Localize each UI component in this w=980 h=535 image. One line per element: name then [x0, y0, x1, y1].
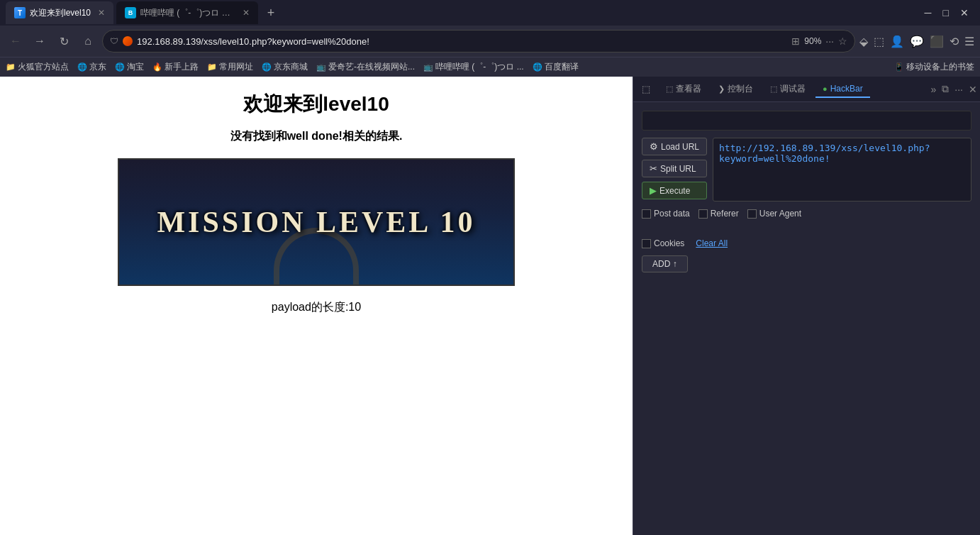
hackbar-label: HackBar — [830, 84, 863, 94]
history-back-icon[interactable]: ⟲ — [950, 35, 959, 48]
tab-icon-level10: T — [14, 7, 26, 18]
bookmark-taobao[interactable]: 🌐 淘宝 — [115, 61, 144, 73]
bookmark-jdmall[interactable]: 🌐 京东商城 — [262, 61, 308, 73]
referer-option[interactable]: Referer — [698, 209, 739, 219]
address-right-icons: ⊞ 90% ··· ☆ — [791, 35, 847, 47]
more-options-icon[interactable]: ··· — [825, 35, 834, 47]
hackbar-content: ⚙ Load URL ✂ Split URL ▶ Execute http://… — [633, 102, 980, 535]
clear-all-button[interactable]: Clear All — [696, 238, 728, 248]
maximize-button[interactable]: □ — [943, 7, 949, 18]
bookmark-firefox-icon: 📁 — [6, 62, 16, 72]
cookies-label: Cookies — [654, 238, 684, 248]
tab-bilibili[interactable]: B 哔哩哔哩 (゜-゜)つロ 干杯~-b ✕ — [116, 1, 258, 24]
tab-icon-bilibili: B — [125, 7, 136, 18]
devtools-tab-inspector[interactable]: ⬚ 查看器 — [659, 80, 708, 98]
bookmark-iqiyi-label: 爱奇艺-在线视频网站... — [328, 61, 415, 73]
bookmark-newbie-icon: 🔥 — [152, 62, 162, 72]
devtools-tab-hackbar[interactable]: ● HackBar — [815, 81, 870, 98]
referer-checkbox[interactable] — [698, 209, 708, 219]
hackbar-add-row: ADD ↑ — [642, 255, 971, 272]
load-url-icon: ⚙ — [650, 141, 658, 152]
bookmark-bilibili-label: 哔哩哔哩 (゜-゜)つロ ... — [435, 61, 524, 73]
bookmark-bilibili-icon: 📺 — [423, 62, 433, 72]
hackbar-header-bar — [642, 111, 971, 131]
add-button[interactable]: ADD ↑ — [642, 255, 688, 272]
devtools-tab-debugger[interactable]: ⬚ 调试器 — [763, 80, 813, 98]
payload-length: payload的长度:10 — [272, 300, 361, 315]
chat-icon[interactable]: 💬 — [910, 35, 924, 48]
extensions-icon[interactable]: ⬙ — [859, 35, 868, 48]
execute-label: Execute — [659, 186, 690, 196]
devtools-actions: » ⧉ ··· ✕ — [931, 83, 977, 95]
bookmark-baidu-icon: 🌐 — [533, 62, 542, 72]
devtools-options-button[interactable]: ··· — [954, 84, 963, 95]
back-button[interactable]: ← — [6, 31, 26, 51]
post-data-label: Post data — [654, 209, 690, 219]
bookmark-jdmall-icon: 🌐 — [262, 62, 272, 72]
user-agent-option[interactable]: User Agent — [747, 209, 801, 219]
toolbar: ← → ↻ ⌂ 🛡 ⊞ 90% ··· ☆ ⬙ ⬚ 👤 💬 ⬛ ⟲ ☰ — [0, 26, 980, 57]
window-controls: ─ □ ✕ — [919, 7, 974, 18]
address-bar[interactable]: 🛡 ⊞ 90% ··· ☆ — [102, 30, 855, 53]
toolbar-right: ⬙ ⬚ 👤 💬 ⬛ ⟲ ☰ — [859, 35, 974, 48]
sidebar-icon[interactable]: ⬚ — [874, 35, 884, 48]
bookmark-icon[interactable]: ☆ — [838, 35, 847, 47]
load-url-label: Load URL — [661, 142, 699, 152]
bookmark-jd1-label: 京东 — [89, 61, 106, 73]
devtools-dock-button[interactable]: ⧉ — [942, 83, 949, 95]
split-url-button[interactable]: ✂ Split URL — [642, 160, 707, 177]
mission-image-text: Mission Level 10 — [157, 205, 475, 239]
security-icon: 🛡 — [110, 36, 118, 46]
add-tab-button[interactable]: + — [261, 3, 281, 23]
bookmark-iqiyi-icon: 📺 — [316, 62, 326, 72]
tab-close-bilibili[interactable]: ✕ — [243, 8, 250, 18]
bookmark-bilibili[interactable]: 📺 哔哩哔哩 (゜-゜)つロ ... — [423, 61, 524, 73]
url-textarea[interactable]: http://192.168.89.139/xss/level10.php?ke… — [713, 138, 971, 202]
user-agent-checkbox[interactable] — [747, 209, 757, 219]
tab-level10[interactable]: T 欢迎来到level10 ✕ — [6, 1, 113, 24]
bookmark-newbie[interactable]: 🔥 新手上路 — [152, 61, 199, 73]
address-input[interactable] — [137, 36, 787, 47]
reload-button[interactable]: ↻ — [54, 31, 74, 51]
post-data-checkbox[interactable] — [642, 209, 651, 219]
inspector-label: 查看器 — [676, 83, 701, 95]
bookmark-mobile-label: 移动设备上的书签 — [906, 61, 974, 73]
bookmark-iqiyi[interactable]: 📺 爱奇艺-在线视频网站... — [316, 61, 415, 73]
devtools-tab-console[interactable]: ❯ 控制台 — [711, 80, 760, 98]
sync-icon[interactable]: ⬛ — [930, 35, 944, 48]
bookmark-common-label: 常用网址 — [219, 61, 253, 73]
debugger-icon: ⬚ — [770, 84, 777, 94]
bookmark-firefox[interactable]: 📁 火狐官方站点 — [6, 61, 69, 73]
hackbar-options: Post data Referer User Agent Cookies Cle… — [642, 209, 971, 248]
bookmark-common[interactable]: 📁 常用网址 — [207, 61, 253, 73]
cookies-checkbox[interactable] — [642, 239, 651, 248]
bookmark-baidu[interactable]: 🌐 百度翻译 — [533, 61, 579, 73]
hamburger-icon[interactable]: ☰ — [964, 35, 974, 48]
devtools-inspect-button[interactable]: ⬚ — [636, 79, 656, 99]
hackbar-icon: ● — [823, 84, 828, 93]
user-agent-label: User Agent — [759, 209, 801, 219]
bookmark-jd1[interactable]: 🌐 京东 — [77, 61, 106, 73]
tab-label-bilibili: 哔哩哔哩 (゜-゜)つロ 干杯~-b — [140, 7, 235, 19]
devtools-close-button[interactable]: ✕ — [969, 84, 977, 95]
bookmarks-bar: 📁 火狐官方站点 🌐 京东 🌐 淘宝 🔥 新手上路 📁 常用网址 🌐 京东商城 … — [0, 57, 980, 77]
execute-button[interactable]: ▶ Execute — [642, 182, 707, 199]
bookmark-mobile[interactable]: 📱 移动设备上的书签 — [894, 61, 974, 73]
cookies-option[interactable]: Cookies — [642, 238, 684, 248]
search-result-subtitle: 没有找到和well done!相关的结果. — [230, 129, 403, 144]
devtools-more-tabs[interactable]: » — [931, 84, 937, 95]
firefox-icon — [123, 36, 133, 46]
home-button[interactable]: ⌂ — [78, 31, 98, 51]
load-url-button[interactable]: ⚙ Load URL — [642, 138, 707, 155]
bookmark-common-icon: 📁 — [207, 62, 217, 72]
hackbar-url-row: ⚙ Load URL ✂ Split URL ▶ Execute http://… — [642, 138, 971, 202]
close-button[interactable]: ✕ — [960, 7, 969, 18]
post-data-option[interactable]: Post data — [642, 209, 690, 219]
tab-close-level10[interactable]: ✕ — [98, 8, 105, 18]
profile-icon[interactable]: 👤 — [890, 35, 904, 48]
zoom-level[interactable]: 90% — [804, 36, 821, 46]
devtools-tabs: ⬚ ⬚ 查看器 ❯ 控制台 ⬚ 调试器 ● HackBar » ⧉ ··· ✕ — [633, 77, 980, 102]
bookmark-jd1-icon: 🌐 — [77, 62, 87, 72]
forward-button[interactable]: → — [30, 31, 50, 51]
minimize-button[interactable]: ─ — [925, 7, 932, 18]
